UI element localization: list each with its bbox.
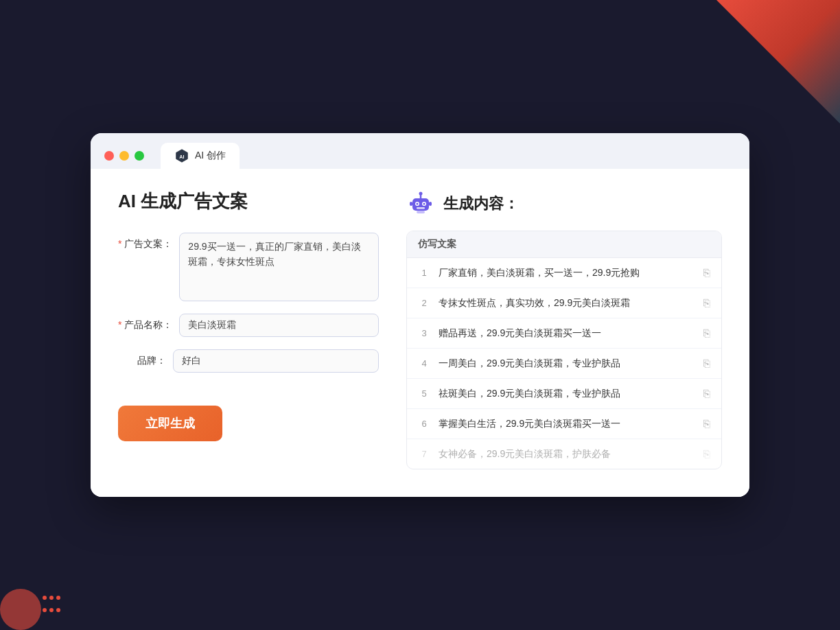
result-row: 2专抹女性斑点，真实功效，29.9元美白淡斑霜⎘ <box>407 288 721 318</box>
close-button[interactable] <box>104 151 114 161</box>
brand-row: 品牌： <box>118 349 379 373</box>
result-row-number: 2 <box>418 298 430 308</box>
svg-rect-12 <box>417 211 425 213</box>
bg-decoration-top-right <box>716 0 840 124</box>
result-row-number: 7 <box>418 449 430 459</box>
bg-decoration-bottom-left <box>0 589 41 630</box>
result-row-text: 女神必备，29.9元美白淡斑霜，护肤必备 <box>439 447 695 461</box>
browser-window: AI AI 创作 AI 生成广告文案 * 广告文案： 29.9买一送一，真正的厂… <box>91 133 749 497</box>
result-row: 7女神必备，29.9元美白淡斑霜，护肤必备⎘ <box>407 439 721 469</box>
ai-tab-icon: AI <box>174 148 189 163</box>
svg-point-4 <box>419 192 423 196</box>
bg-decoration-dots <box>41 592 62 616</box>
product-name-input[interactable] <box>179 314 379 337</box>
traffic-lights <box>104 151 144 161</box>
result-row-text: 赠品再送，29.9元美白淡斑霜买一送一 <box>439 326 695 340</box>
brand-label: 品牌： <box>118 349 173 367</box>
copy-icon[interactable]: ⎘ <box>703 267 710 279</box>
title-bar: AI AI 创作 <box>91 133 749 169</box>
result-title: 生成内容： <box>443 194 519 214</box>
result-table: 仿写文案 1厂家直销，美白淡斑霜，买一送一，29.9元抢购⎘2专抹女性斑点，真实… <box>406 231 722 469</box>
result-row: 6掌握美白生活，29.9元美白淡斑霜买一送一⎘ <box>407 409 721 439</box>
result-row-text: 一周美白，29.9元美白淡斑霜，专业护肤品 <box>439 356 695 371</box>
result-row: 1厂家直销，美白淡斑霜，买一送一，29.9元抢购⎘ <box>407 258 721 288</box>
page-title: AI 生成广告文案 <box>118 189 379 213</box>
copy-icon[interactable]: ⎘ <box>703 388 710 400</box>
maximize-button[interactable] <box>135 151 144 161</box>
svg-point-8 <box>423 203 425 205</box>
browser-tab[interactable]: AI AI 创作 <box>161 143 240 169</box>
copy-icon[interactable]: ⎘ <box>703 327 710 340</box>
result-row-number: 5 <box>418 388 430 399</box>
tab-label: AI 创作 <box>195 150 226 162</box>
product-name-label: * 产品名称： <box>118 314 179 331</box>
svg-rect-11 <box>429 202 432 206</box>
ad-copy-input[interactable]: 29.9买一送一，真正的厂家直销，美白淡斑霜，专抹女性斑点 <box>179 233 379 301</box>
right-panel: 生成内容： 仿写文案 1厂家直销，美白淡斑霜，买一送一，29.9元抢购⎘2专抹女… <box>406 189 722 469</box>
minimize-button[interactable] <box>119 151 129 161</box>
ad-copy-row: * 广告文案： 29.9买一送一，真正的厂家直销，美白淡斑霜，专抹女性斑点 <box>118 233 379 301</box>
generate-button[interactable]: 立即生成 <box>118 406 222 441</box>
copy-icon[interactable]: ⎘ <box>703 297 710 310</box>
result-row-number: 3 <box>418 328 430 338</box>
result-row: 3赠品再送，29.9元美白淡斑霜买一送一⎘ <box>407 318 721 349</box>
result-row-text: 掌握美白生活，29.9元美白淡斑霜买一送一 <box>439 417 695 431</box>
svg-text:AI: AI <box>179 154 184 160</box>
result-header: 生成内容： <box>406 189 722 218</box>
required-star-1: * <box>118 238 121 249</box>
copy-icon[interactable]: ⎘ <box>703 358 710 370</box>
content-area: AI 生成广告文案 * 广告文案： 29.9买一送一，真正的厂家直销，美白淡斑霜… <box>91 169 749 497</box>
svg-rect-10 <box>410 202 412 206</box>
svg-rect-9 <box>417 207 425 209</box>
result-table-header: 仿写文案 <box>407 231 721 258</box>
result-row: 5祛斑美白，29.9元美白淡斑霜，专业护肤品⎘ <box>407 379 721 409</box>
robot-icon <box>406 189 435 218</box>
result-row-text: 祛斑美白，29.9元美白淡斑霜，专业护肤品 <box>439 386 695 401</box>
ad-copy-label: * 广告文案： <box>118 233 179 250</box>
left-panel: AI 生成广告文案 * 广告文案： 29.9买一送一，真正的厂家直销，美白淡斑霜… <box>118 189 379 469</box>
required-star-2: * <box>118 319 121 330</box>
result-row: 4一周美白，29.9元美白淡斑霜，专业护肤品⎘ <box>407 349 721 379</box>
product-name-row: * 产品名称： <box>118 314 379 337</box>
svg-point-7 <box>417 203 419 205</box>
result-row-number: 1 <box>418 268 430 278</box>
result-row-text: 专抹女性斑点，真实功效，29.9元美白淡斑霜 <box>439 296 695 310</box>
brand-input[interactable] <box>173 349 379 373</box>
copy-icon[interactable]: ⎘ <box>703 448 710 460</box>
result-row-number: 6 <box>418 419 430 429</box>
result-row-text: 厂家直销，美白淡斑霜，买一送一，29.9元抢购 <box>439 266 695 280</box>
copy-icon[interactable]: ⎘ <box>703 418 710 430</box>
result-row-number: 4 <box>418 358 430 369</box>
